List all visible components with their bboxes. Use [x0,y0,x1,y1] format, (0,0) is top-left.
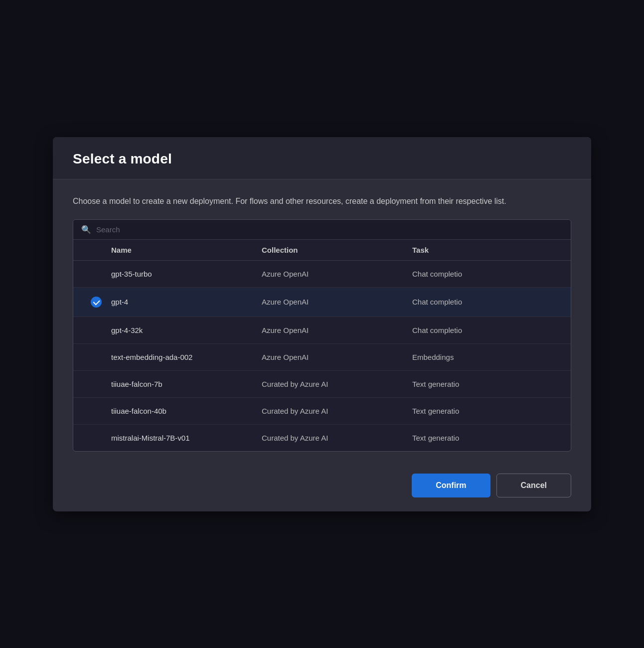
cell-model-name: gpt-4 [111,298,262,306]
search-icon: 🔍 [81,225,91,234]
table-row[interactable]: tiiuae-falcon-7bCurated by Azure AIText … [73,371,571,398]
confirm-button[interactable]: Confirm [412,474,490,497]
cell-task: Text generatio [412,434,563,442]
table-header: Name Collection Task [73,240,571,261]
row-selector [81,297,111,308]
cell-collection: Curated by Azure AI [262,434,412,442]
search-input[interactable] [96,225,563,234]
cell-model-name: tiiuae-falcon-40b [111,407,262,415]
table-row[interactable]: gpt-4Azure OpenAIChat completio [73,288,571,317]
check-circle-selected [91,297,102,308]
cell-task: Text generatio [412,380,563,388]
cell-task: Embeddings [412,353,563,361]
dialog-body: Choose a model to create a new deploymen… [53,179,591,464]
table-row[interactable]: gpt-4-32kAzure OpenAIChat completio [73,317,571,344]
table-row[interactable]: mistralai-Mistral-7B-v01Curated by Azure… [73,425,571,451]
header-selector-col [81,246,111,254]
dialog-footer: Confirm Cancel [53,464,591,511]
cell-task: Text generatio [412,407,563,415]
cell-collection: Curated by Azure AI [262,380,412,388]
cell-collection: Azure OpenAI [262,326,412,334]
cell-model-name: mistralai-Mistral-7B-v01 [111,434,262,442]
cell-model-name: tiiuae-falcon-7b [111,380,262,388]
header-task: Task [412,246,563,254]
table-body: gpt-35-turboAzure OpenAIChat completiogp… [73,261,571,451]
cell-model-name: gpt-4-32k [111,326,262,334]
model-list-container: 🔍 Name Collection Task gpt-35-turboAzure… [73,219,571,452]
cell-collection: Azure OpenAI [262,353,412,361]
cell-collection: Azure OpenAI [262,298,412,306]
dialog-header: Select a model [53,137,591,179]
cell-model-name: text-embedding-ada-002 [111,353,262,361]
header-name: Name [111,246,262,254]
header-collection: Collection [262,246,412,254]
table-row[interactable]: text-embedding-ada-002Azure OpenAIEmbedd… [73,344,571,371]
dialog-title: Select a model [73,151,571,167]
cell-collection: Azure OpenAI [262,270,412,278]
cell-task: Chat completio [412,298,563,306]
cell-model-name: gpt-35-turbo [111,270,262,278]
cell-task: Chat completio [412,270,563,278]
table-row[interactable]: gpt-35-turboAzure OpenAIChat completio [73,261,571,288]
cancel-button[interactable]: Cancel [496,474,571,497]
cell-collection: Curated by Azure AI [262,407,412,415]
dialog-description: Choose a model to create a new deploymen… [73,195,571,207]
table-row[interactable]: tiiuae-falcon-40bCurated by Azure AIText… [73,398,571,425]
search-bar: 🔍 [73,220,571,240]
select-model-dialog: Select a model Choose a model to create … [53,137,591,511]
cell-task: Chat completio [412,326,563,334]
